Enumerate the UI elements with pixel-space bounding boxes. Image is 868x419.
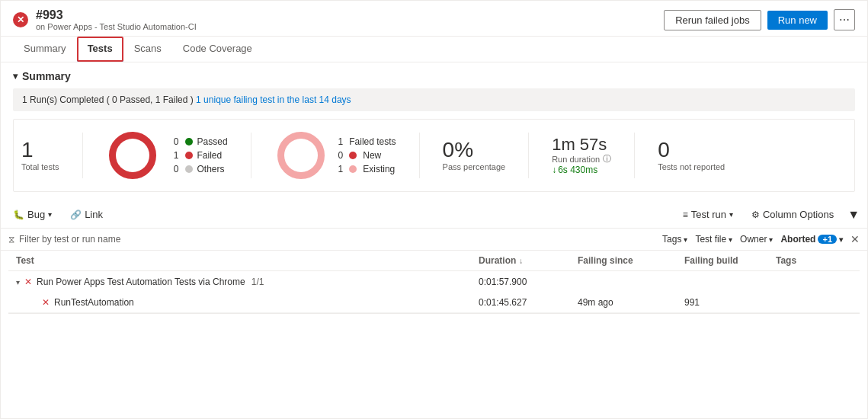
header-actions: Rerun failed jobs Run new ⋯ — [664, 9, 855, 30]
donut-chart-wrapper: 0 Passed 1 Failed 0 Others — [106, 129, 228, 182]
chevron-down-icon: ▾ — [729, 210, 733, 219]
table-header: Test Duration ↓ Failing since Failing bu… — [8, 251, 860, 271]
filter-input-area: ⧖ Filter by test or run name — [8, 234, 655, 245]
legend-others: 0 Others — [170, 164, 228, 174]
col-failing-since: Failing since — [578, 255, 684, 266]
table-container: Test Duration ↓ Failing since Failing bu… — [1, 251, 867, 314]
donut-chart — [106, 129, 159, 182]
failed-dot — [185, 152, 193, 159]
pink-donut-chart — [274, 129, 328, 182]
not-reported-stat: 0 Tests not reported — [658, 139, 725, 171]
chevron-down-icon: ▾ — [729, 235, 732, 244]
sub-fail-icon: ✕ — [42, 297, 50, 308]
clear-filter-button[interactable]: ✕ — [850, 233, 860, 245]
bug-button[interactable]: 🐛 Bug ▾ — [8, 206, 56, 223]
rerun-failed-jobs-button[interactable]: Rerun failed jobs — [664, 10, 761, 30]
failed-tests-total: 1 Failed tests — [338, 136, 396, 147]
new-dot — [349, 152, 357, 159]
toolbar-left: 🐛 Bug ▾ 🔗 Link — [8, 206, 107, 223]
aborted-filter[interactable]: Aborted +1 ▾ — [780, 234, 843, 245]
page-subtitle: on Power Apps - Test Studio Automation-C… — [36, 22, 197, 31]
col-tags: Tags — [776, 255, 852, 266]
sub-row-duration: 0:01:45.627 — [479, 297, 578, 308]
total-tests-stat: 1 Total tests — [21, 139, 59, 171]
others-dot — [185, 165, 193, 173]
failing-tests-link[interactable]: 1 unique failing test in the last 14 day… — [196, 94, 351, 105]
close-button[interactable]: ✕ — [13, 12, 28, 27]
donut-legend: 0 Passed 1 Failed 0 Others — [170, 136, 228, 174]
header-left: ✕ #993 on Power Apps - Test Studio Autom… — [13, 8, 197, 31]
svg-point-1 — [116, 139, 149, 172]
chevron-down-icon: ▾ — [839, 235, 843, 244]
row-name: ▾ ✕ Run Power Apps Test Automation Tests… — [16, 277, 479, 287]
down-arrow-icon: ↓ — [552, 165, 556, 175]
sub-row-failing-since: 49m ago — [578, 297, 684, 308]
columns-icon: ⚙ — [751, 210, 760, 220]
filter-tags: Tags ▾ Test file ▾ Owner ▾ Aborted +1 ▾ … — [662, 233, 860, 245]
sub-row-name: ✕ RunTestAutomation — [42, 297, 479, 308]
divider4 — [528, 133, 529, 178]
page-title: #993 — [36, 8, 197, 22]
chevron-down-icon[interactable]: ▾ — [13, 71, 18, 82]
header-title-block: #993 on Power Apps - Test Studio Automat… — [36, 8, 197, 31]
bug-icon: 🐛 — [13, 210, 24, 220]
col-failing-build: Failing build — [684, 255, 776, 266]
owner-filter[interactable]: Owner ▾ — [740, 234, 773, 245]
sort-icon: ↓ — [519, 257, 523, 265]
chevron-down-icon: ▾ — [48, 210, 52, 219]
tab-summary[interactable]: Summary — [13, 37, 77, 62]
test-file-filter[interactable]: Test file ▾ — [695, 234, 732, 245]
failed-existing-item: 1 Existing — [338, 164, 396, 174]
divider5 — [634, 133, 635, 178]
divider2 — [251, 133, 251, 178]
tab-tests[interactable]: Tests — [77, 37, 123, 62]
expand-chevron[interactable]: ▾ — [16, 278, 20, 286]
summary-banner: 1 Run(s) Completed ( 0 Passed, 1 Failed … — [13, 88, 855, 111]
pass-percentage-stat: 0% Pass percentage — [443, 139, 506, 171]
existing-dot — [349, 165, 357, 173]
filter-icon: ⧖ — [8, 234, 14, 245]
column-options-button[interactable]: ⚙ Column Options — [747, 206, 838, 223]
stats-row: 1 Total tests 0 Passed — [13, 119, 855, 192]
legend-failed: 1 Failed — [170, 150, 228, 161]
failed-new-item: 0 New — [338, 150, 396, 161]
header: ✕ #993 on Power Apps - Test Studio Autom… — [1, 1, 867, 37]
table-sub-row[interactable]: ✕ RunTestAutomation 0:01:45.627 49m ago … — [8, 293, 860, 313]
table-row-group: ▾ ✕ Run Power Apps Test Automation Tests… — [8, 271, 860, 314]
summary-section: ▾ Summary 1 Run(s) Completed ( 0 Passed,… — [1, 62, 867, 192]
more-options-button[interactable]: ⋯ — [834, 9, 855, 30]
tabs-bar: Summary Tests Scans Code Coverage — [1, 37, 867, 62]
chevron-down-icon: ▾ — [769, 235, 773, 244]
row-duration: 0:01:57.900 — [479, 277, 578, 287]
table-row[interactable]: ▾ ✕ Run Power Apps Test Automation Tests… — [8, 271, 860, 293]
legend-passed: 0 Passed — [170, 136, 228, 147]
filter-row: ⧖ Filter by test or run name Tags ▾ Test… — [1, 229, 867, 251]
run-duration-stat: 1m 57s Run duration ⓘ ↓ 6s 430ms — [552, 136, 611, 175]
sub-row-failing-build: 991 — [684, 297, 776, 308]
toolbar: 🐛 Bug ▾ 🔗 Link ≡ Test run ▾ ⚙ Column Opt… — [1, 201, 867, 229]
tab-scans[interactable]: Scans — [123, 37, 172, 62]
failed-breakdown-wrapper: 1 Failed tests 0 New 1 Existing — [274, 129, 396, 182]
link-icon: 🔗 — [70, 210, 82, 220]
test-run-button[interactable]: ≡ Test run ▾ — [678, 206, 738, 223]
tags-filter[interactable]: Tags ▾ — [662, 234, 687, 245]
passed-dot — [185, 138, 193, 146]
tab-code-coverage[interactable]: Code Coverage — [172, 37, 263, 62]
duration-delta: ↓ 6s 430ms — [552, 165, 611, 175]
toolbar-right: ≡ Test run ▾ ⚙ Column Options ▼ — [678, 206, 860, 223]
run-new-button[interactable]: Run new — [767, 11, 828, 30]
link-button[interactable]: 🔗 Link — [66, 206, 107, 223]
divider — [82, 133, 83, 178]
col-duration[interactable]: Duration ↓ — [479, 255, 578, 266]
svg-point-3 — [284, 139, 318, 172]
list-icon: ≡ — [683, 210, 688, 220]
filter-icon-button[interactable]: ▼ — [847, 208, 860, 222]
col-test: Test — [16, 255, 479, 266]
summary-title: ▾ Summary — [13, 70, 855, 82]
failed-breakdown-legend: 1 Failed tests 0 New 1 Existing — [338, 136, 396, 174]
info-icon: ⓘ — [603, 153, 611, 165]
divider3 — [419, 133, 420, 178]
fail-icon: ✕ — [24, 277, 32, 287]
chevron-down-icon: ▾ — [684, 235, 687, 244]
